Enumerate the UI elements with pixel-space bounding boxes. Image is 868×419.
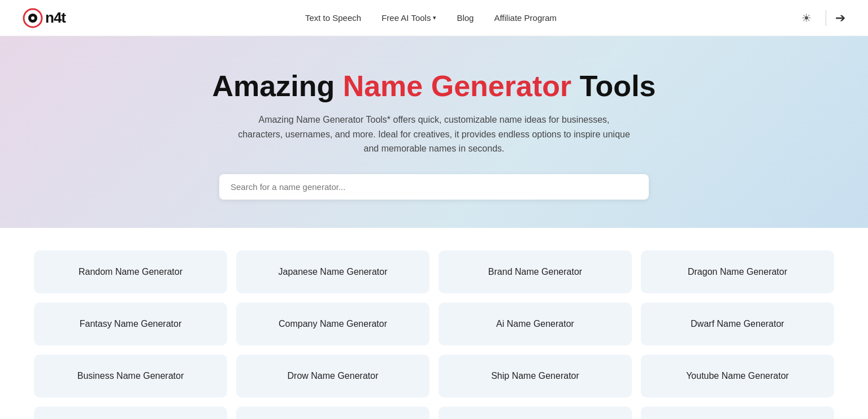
nav-affiliate-program[interactable]: Affiliate Program	[494, 13, 557, 23]
grid-item[interactable]: Elf Name Generator	[236, 407, 429, 419]
login-icon: ➔	[835, 11, 845, 25]
hero-title-plain1: Amazing	[212, 70, 343, 102]
grid-section: Random Name GeneratorJapanese Name Gener…	[0, 228, 868, 419]
grid-item[interactable]: Company Name Generator	[236, 303, 429, 345]
hero-title: Amazing Name Generator Tools	[11, 70, 857, 102]
hero-section: Amazing Name Generator Tools Amazing Nam…	[0, 36, 868, 228]
grid-item[interactable]: Business Name Generator	[34, 355, 227, 398]
nav-blog[interactable]: Blog	[457, 13, 474, 23]
grid-item[interactable]: Dwarf Name Generator	[641, 303, 834, 345]
grid-item[interactable]: Warrior Cat Name Generator	[641, 407, 834, 419]
grid-item[interactable]: Ship Name Generator	[439, 355, 632, 398]
svg-point-2	[31, 16, 34, 20]
logo[interactable]: n4t	[23, 8, 66, 28]
grid-item[interactable]: City Name Generator	[439, 407, 632, 419]
grid-item[interactable]: Youtube Name Generator	[641, 355, 834, 398]
nav-text-to-speech[interactable]: Text to Speech	[305, 13, 361, 23]
grid-item[interactable]: Japanese Name Generator	[236, 250, 429, 293]
main-nav: Text to Speech Free AI Tools ▾ Blog Affi…	[305, 13, 557, 23]
search-input[interactable]	[231, 182, 637, 192]
header: n4t Text to Speech Free AI Tools ▾ Blog …	[0, 0, 868, 36]
header-divider	[826, 10, 826, 26]
hero-description: Amazing Name Generator Tools* offers qui…	[236, 113, 632, 156]
logo-text: n4t	[45, 9, 66, 27]
grid-item[interactable]: Dragon Name Generator	[641, 250, 834, 293]
grid-item[interactable]: Ai Name Generator	[439, 303, 632, 345]
grid-item[interactable]: Random Name Generator	[34, 250, 227, 293]
search-bar	[219, 174, 649, 200]
grid-item[interactable]: Brand Name Generator	[439, 250, 632, 293]
hero-title-accent: Name Generator	[343, 70, 572, 102]
grid-item[interactable]: Last Name Generator	[34, 407, 227, 419]
grid-item[interactable]: Drow Name Generator	[236, 355, 429, 398]
login-button[interactable]: ➔	[835, 11, 845, 25]
chevron-down-icon: ▾	[433, 14, 436, 21]
nav-free-ai-tools[interactable]: Free AI Tools ▾	[381, 13, 436, 23]
header-right: ☀ ➔	[796, 8, 845, 28]
tools-grid: Random Name GeneratorJapanese Name Gener…	[34, 250, 834, 419]
grid-item[interactable]: Fantasy Name Generator	[34, 303, 227, 345]
theme-toggle-button[interactable]: ☀	[796, 8, 817, 28]
hero-title-plain2: Tools	[571, 70, 656, 102]
logo-icon	[23, 8, 43, 28]
